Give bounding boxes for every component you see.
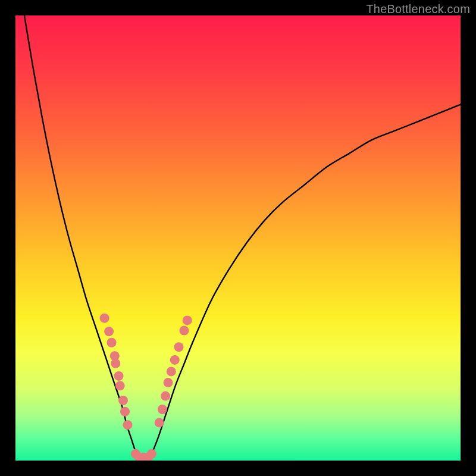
highlight-marker: [111, 359, 120, 368]
highlight-marker: [161, 392, 170, 401]
highlight-marker: [170, 355, 180, 365]
highlight-marker: [174, 342, 184, 352]
highlight-marker: [100, 314, 109, 323]
highlight-marker: [158, 405, 167, 414]
chart-frame: TheBottleneck.com: [0, 0, 476, 476]
highlight-marker: [120, 407, 130, 416]
curve-overlay: [15, 15, 461, 461]
v-curve: [24, 15, 461, 461]
highlight-marker: [107, 338, 117, 347]
plot-area: [15, 15, 461, 461]
watermark-text: TheBottleneck.com: [366, 2, 470, 16]
highlight-marker: [147, 449, 156, 459]
highlight-marker: [118, 396, 128, 405]
highlight-marker: [115, 381, 125, 390]
highlight-marker: [104, 327, 114, 336]
highlight-marker: [114, 371, 124, 381]
highlight-marker: [179, 326, 189, 336]
highlight-marker: [155, 418, 164, 427]
highlight-marker: [164, 378, 173, 387]
highlight-marker: [183, 315, 192, 325]
highlight-marker: [123, 420, 133, 430]
highlight-marker: [167, 367, 176, 376]
